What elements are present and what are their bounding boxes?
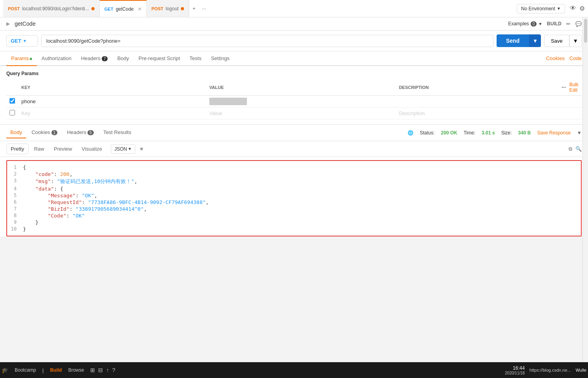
json-val-code: 200 (60, 171, 69, 177)
method-selector[interactable]: GET ▼ (6, 35, 38, 47)
settings-icon[interactable]: ⚙ (579, 5, 585, 12)
time-label: Time: (464, 130, 476, 136)
tab-doLogin[interactable]: POST localhost:9090/doLogin?identi... (3, 0, 100, 17)
status-label: Status: (420, 130, 434, 136)
tab-params-label: Params (11, 55, 29, 61)
comment-icon[interactable]: 💬 (575, 21, 582, 27)
bootcamp-button[interactable]: Bootcamp (15, 367, 36, 373)
line-num-1: 1 (7, 164, 23, 170)
tab-method-get-2: GET (104, 7, 114, 11)
format-tab-preview-label: Preview (54, 146, 72, 152)
response-tab-headers[interactable]: Headers5 (63, 127, 98, 138)
json-line-6: 6 "RequestId": "7738FA86-9BFC-4B14-9092-… (7, 199, 581, 206)
format-tab-pretty[interactable]: Pretty (6, 144, 28, 154)
param-row-new: Key Value Description (6, 108, 582, 119)
tab-body[interactable]: Body (112, 51, 134, 66)
tab-dirty-dot-1 (91, 7, 95, 10)
line-content-4: "data": { (23, 186, 581, 192)
param-desc-placeholder[interactable]: Description (396, 108, 558, 119)
line-num-7: 7 (7, 206, 23, 212)
line-num-10: 10 (7, 226, 23, 232)
col-header-description: DESCRIPTION (396, 79, 558, 96)
browse-link[interactable]: Browse (68, 367, 84, 373)
format-tab-raw[interactable]: Raw (30, 144, 48, 154)
tab-authorization-label: Authorization (42, 55, 72, 61)
search-icon[interactable]: 🔍 (575, 146, 582, 152)
build-button[interactable]: BUILD (547, 21, 561, 26)
examples-label: Examples (508, 21, 529, 26)
share-icon[interactable]: ↑ (106, 367, 109, 373)
save-response-button[interactable]: Save Response (537, 130, 571, 136)
tab-authorization[interactable]: Authorization (37, 51, 76, 66)
table-icon[interactable]: ⊟ (98, 367, 103, 373)
cookies-link[interactable]: Cookies (546, 55, 565, 61)
tab-url-1: localhost:9090/doLogin?identi... (22, 6, 89, 11)
collapse-icon[interactable]: ▶ (6, 21, 10, 26)
format-tab-preview[interactable]: Preview (50, 144, 76, 154)
env-selector[interactable]: No Environment ▼ (517, 4, 565, 13)
tab-headers-label: Headers (81, 55, 101, 61)
tab-settings[interactable]: Settings (206, 51, 234, 66)
response-tab-test-results[interactable]: Test Results (99, 127, 135, 138)
bottom-icons: ⊞ ⊟ ↑ ? (90, 367, 115, 373)
format-type-selector[interactable]: JSON ▼ (111, 144, 135, 154)
param-value-phone-blurred[interactable]: ██████ (209, 98, 247, 105)
param-value-placeholder[interactable]: Value (206, 108, 396, 119)
tab-headers[interactable]: Headers7 (76, 51, 113, 66)
json-val-requestid: "7738FA86-9BFC-4B14-9092-CF79AF694388" (88, 199, 205, 205)
format-type-label: JSON (114, 146, 127, 152)
help-icon[interactable]: ? (112, 367, 115, 373)
json-line-2: 2 "code": 200, (7, 171, 581, 178)
tab-dirty-dot-3 (181, 7, 184, 10)
scrollbar-thumb[interactable] (584, 19, 587, 43)
param-desc-phone[interactable] (396, 96, 558, 108)
tab-close-icon[interactable]: ✕ (138, 6, 142, 12)
grid-icon[interactable]: ⊞ (90, 367, 95, 373)
json-val-msg: "验证码已发送,10分钟内有效！" (57, 178, 134, 184)
url-input[interactable] (41, 35, 493, 47)
tab-tests-label: Tests (190, 55, 201, 61)
indent-icon[interactable]: ≡ (140, 146, 143, 152)
tab-logout[interactable]: POST logout (147, 0, 190, 17)
tab-params[interactable]: Params (6, 51, 37, 66)
save-button[interactable]: Save (544, 35, 569, 47)
param-checkbox-phone[interactable] (9, 98, 15, 104)
line-content-8: "Code": "OK" (23, 213, 581, 219)
save-dropdown-button[interactable]: ▼ (569, 35, 582, 47)
clock-time: 16:44 (505, 365, 525, 371)
param-checkbox-new[interactable] (9, 110, 15, 115)
col-actions: ··· Bulk Edit (561, 82, 579, 93)
response-area: Body Cookies1 Headers5 Test Results 🌐 St… (0, 125, 588, 236)
eye-icon[interactable]: 👁 (570, 5, 576, 12)
line-content-2: "code": 200, (23, 171, 581, 177)
tab-add-button[interactable]: + (189, 6, 199, 11)
tab-url-2: getCode (116, 6, 133, 12)
tab-method-post-1: POST (8, 6, 20, 11)
line-content-3: "msg": "验证码已发送,10分钟内有效！", (23, 178, 581, 185)
examples-button[interactable]: Examples 0 ▼ (508, 21, 542, 26)
tab-getCode[interactable]: GET getCode ✕ (100, 0, 147, 17)
send-dropdown-button[interactable]: ▼ (529, 34, 541, 47)
response-tab-cookies[interactable]: Cookies1 (28, 127, 62, 138)
copy-icon[interactable]: ⧉ (569, 146, 572, 152)
bulk-edit-button[interactable]: Bulk Edit (569, 82, 579, 93)
tab-more-button[interactable]: ··· (199, 6, 209, 11)
format-tab-visualize[interactable]: Visualize (78, 144, 106, 154)
send-button[interactable]: Send (497, 34, 529, 47)
examples-chevron-icon: ▼ (538, 22, 542, 26)
json-val-code2: "OK" (72, 213, 85, 219)
tab-tests[interactable]: Tests (185, 51, 206, 66)
json-key-msg: "msg" (35, 178, 51, 184)
send-button-group: Send ▼ (497, 34, 541, 47)
edit-icon[interactable]: ✏ (566, 21, 571, 27)
more-dots-icon[interactable]: ··· (561, 84, 566, 91)
response-tab-body[interactable]: Body (6, 127, 26, 138)
save-response-chevron[interactable]: ▼ (577, 130, 582, 136)
json-val-bizid: "338917905689034414^0" (76, 206, 144, 212)
build-link[interactable]: Build (50, 367, 62, 373)
param-key-placeholder[interactable]: Key (18, 108, 206, 119)
code-link[interactable]: Code (569, 55, 582, 61)
json-line-10: 10 } (7, 226, 581, 232)
tab-pre-request-script[interactable]: Pre-request Script (134, 51, 185, 66)
param-key-phone[interactable]: phone (18, 96, 206, 108)
